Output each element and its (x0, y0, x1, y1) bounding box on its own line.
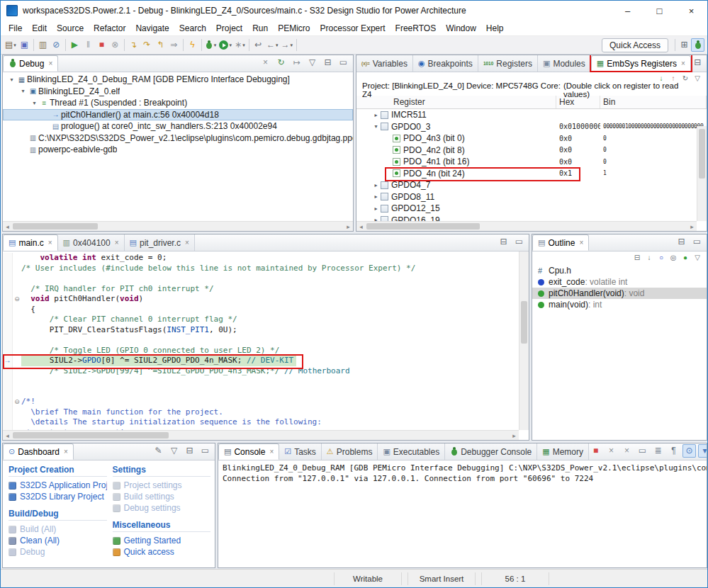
step-into-selection-icon[interactable]: ↦ (290, 56, 303, 69)
code-line[interactable] (3, 335, 519, 346)
register-row-gpdo4-7[interactable]: ▸GPDO4_7 (356, 179, 707, 191)
scroll-lock-icon[interactable]: ≣ (651, 444, 665, 458)
elf-program-node[interactable]: ▾▣BlinkingLED_Z4_0.elf (3, 86, 353, 98)
close-icon[interactable]: × (579, 239, 583, 247)
view-menu-icon[interactable]: ▽ (305, 56, 319, 69)
editor-horizontal-scrollbar[interactable]: ◂ ▸ (3, 430, 519, 440)
register-row-pdo-4n-bit-24[interactable]: PDO_4n (bit 24)0x11 (356, 168, 707, 180)
code-line[interactable]: /* Clear PIT channel 0 interrupt flag */ (3, 315, 519, 325)
remove-launch-icon[interactable]: × (605, 444, 618, 458)
fold-toggle-icon[interactable]: ⊖ (13, 294, 21, 305)
expander-icon[interactable]: ▾ (18, 88, 28, 94)
outline-item-main[interactable]: main(void) : int (532, 299, 707, 310)
forward-icon[interactable]: →▾ (279, 38, 294, 52)
code-line[interactable]: /* User includes (#include below this li… (3, 264, 519, 274)
resume-icon[interactable]: ▶ (68, 38, 82, 52)
maximize-view-icon[interactable]: ▭ (707, 56, 707, 69)
close-icon[interactable]: × (681, 60, 685, 67)
code-line[interactable]: → SIUL2->GPDO[0] ^= SIUL2_GPDO_PDO_4n_MA… (3, 356, 519, 366)
menu-file[interactable]: File (4, 22, 27, 35)
maximize-view-icon[interactable]: ▭ (690, 235, 704, 249)
code-line[interactable] (3, 387, 519, 397)
word-wrap-icon[interactable]: ¶ (667, 444, 680, 458)
gdb-client-node[interactable]: ▥powerpc-eabivle-gdb (3, 144, 353, 156)
tab-embsys-registers[interactable]: ▦EmbSys Registers× (591, 55, 691, 72)
pin-console-icon[interactable]: ⊙ (682, 444, 696, 458)
instruction-stepping-icon[interactable]: ⇒ (167, 38, 181, 52)
skip-all-breakpoints-icon[interactable]: ⊘ (50, 38, 63, 52)
build-all-link[interactable]: Build (All) (9, 524, 107, 535)
step-into-icon[interactable]: ↴ (127, 38, 140, 52)
expander-icon[interactable]: ▸ (371, 193, 381, 200)
scroll-left-icon[interactable]: ◂ (356, 222, 366, 231)
sort-icon[interactable]: ↓ (644, 252, 654, 262)
scrollbar-thumb[interactable] (13, 223, 98, 230)
close-icon[interactable]: × (269, 448, 274, 456)
register-row-pdo-4n1-bit-16[interactable]: PDO_4n1 (bit 16)0x00 (356, 156, 707, 168)
minimize-view-icon[interactable]: ⊟ (183, 444, 196, 458)
expander-icon[interactable]: ▾ (30, 100, 39, 106)
s32ds-library-project-link[interactable]: S32DS Library Project (9, 491, 107, 502)
code-editor[interactable]: volatile int exit_code = 0;/* User inclu… (3, 251, 519, 430)
menu-search[interactable]: Search (174, 22, 211, 35)
external-tools-icon[interactable]: ∗▾ (233, 38, 247, 52)
scrollbar-thumb[interactable] (13, 432, 169, 439)
tab-tasks[interactable]: ☑Tasks (279, 443, 322, 460)
minimize-view-icon[interactable]: ⊟ (497, 235, 510, 249)
column-header-bin[interactable]: Bin (600, 96, 707, 108)
maximize-view-icon[interactable]: ▭ (198, 444, 212, 458)
tab-variables[interactable]: (x)=Variables (356, 55, 413, 72)
hide-static-members-icon[interactable]: ◎ (668, 252, 678, 262)
tab-registers[interactable]: 1010Registers (478, 55, 538, 72)
code-line[interactable] (3, 273, 519, 284)
expander-icon[interactable]: ▾ (7, 77, 16, 83)
debug-launch-icon[interactable]: ▾ (204, 38, 218, 52)
code-line[interactable]: PIT_DRV_ClearStatusFlags(INST_PIT1, 0U); (3, 325, 519, 336)
scroll-left-icon[interactable]: ◂ (3, 222, 12, 231)
code-line[interactable]: volatile int exit_code = 0; (3, 253, 519, 264)
expander-icon[interactable]: ▸ (371, 182, 381, 188)
hide-non-public-icon[interactable]: ● (680, 252, 690, 262)
tab-debugger-console[interactable]: Debugger Console (445, 443, 537, 460)
tab-debug[interactable]: Debug× (3, 55, 58, 72)
code-line[interactable]: /* IRQ handler for PIT ch0 interrupt */ (3, 284, 519, 295)
debug-settings-link[interactable]: Debug settings (113, 502, 211, 514)
close-icon[interactable]: × (115, 239, 119, 247)
scrollbar-thumb[interactable] (366, 223, 480, 230)
scroll-left-icon[interactable]: ◂ (3, 431, 12, 440)
suspend-icon[interactable]: ‖ (82, 38, 95, 52)
gdb-server-node[interactable]: ▥C:\NXP\S32DS\S32DS_Power_v2.1\eclipse\p… (3, 132, 353, 145)
debug-link[interactable]: Debug (9, 546, 107, 558)
scrollbar-thumb[interactable] (699, 129, 705, 179)
outline-item-pitch0handler[interactable]: pitCh0Handler(void) : void (532, 288, 707, 299)
register-row-pdo-4n2-bit-8[interactable]: PDO_4n2 (bit 8)0x00 (356, 145, 707, 157)
menu-run[interactable]: Run (247, 22, 273, 35)
minimize-view-icon[interactable]: ⊟ (675, 235, 688, 249)
build-settings-link[interactable]: Build settings (113, 491, 211, 502)
outline-item-exit-code[interactable]: exit_code : volatile int (532, 276, 707, 288)
tab-modules[interactable]: ▣Modules (538, 55, 591, 72)
menu-help[interactable]: Help (481, 22, 509, 35)
minimize-button[interactable]: – (612, 1, 644, 21)
menu-freertos[interactable]: FreeRTOS (390, 22, 442, 35)
register-row-pdo-4n3-bit-0[interactable]: PDO_4n3 (bit 0)0x00 (356, 132, 707, 145)
launch-config-node[interactable]: ▾▦BlinkingLED_Z4_0_Debug_RAM [GDB PEMicr… (3, 74, 353, 86)
back-icon[interactable]: ←▾ (265, 38, 280, 52)
close-icon[interactable]: × (185, 239, 189, 247)
minimize-view-icon[interactable]: ⊟ (691, 56, 704, 69)
disconnect-icon[interactable]: ⊗ (108, 38, 122, 52)
console-output[interactable]: BlinkingLED_Z4_0_Debug_RAM [GDB PEMicro … (218, 460, 707, 486)
code-line[interactable]: { (3, 305, 519, 315)
hide-fields-icon[interactable]: ○ (656, 252, 666, 262)
open-perspective-icon[interactable]: ⊞ (678, 38, 691, 52)
remove-all-terminated-icon[interactable]: × (259, 56, 272, 69)
tab-main-c[interactable]: ▤main.c× (3, 234, 58, 251)
close-icon[interactable]: × (48, 60, 52, 67)
scroll-right-icon[interactable]: ▸ (510, 431, 519, 440)
maximize-view-icon[interactable]: ▭ (337, 56, 350, 69)
menu-navigate[interactable]: Navigate (130, 22, 174, 35)
debug-horizontal-scrollbar[interactable]: ◂ ▸ (3, 221, 353, 231)
build-icon[interactable]: ▥ (36, 38, 50, 52)
code-line[interactable] (3, 376, 519, 387)
fold-toggle-icon[interactable]: ⊖ (13, 397, 21, 407)
